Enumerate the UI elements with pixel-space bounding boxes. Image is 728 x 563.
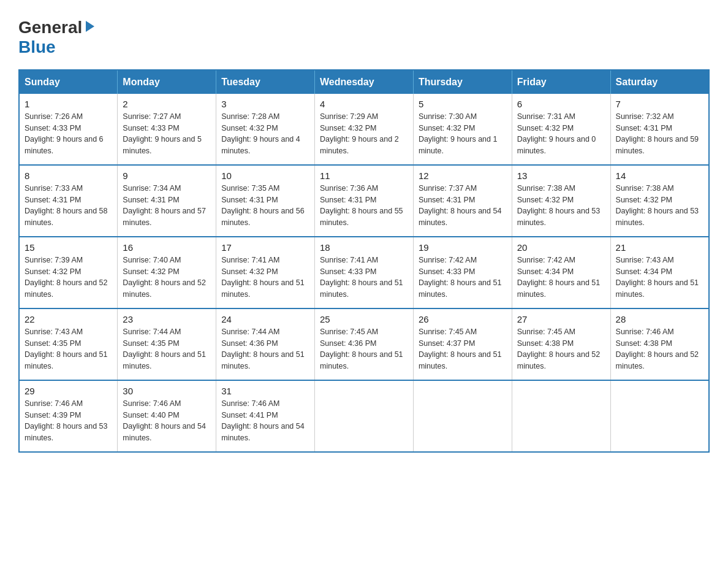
logo-general: General — [18, 18, 82, 37]
calendar-week-row: 1Sunrise: 7:26 AMSunset: 4:33 PMDaylight… — [19, 94, 709, 165]
calendar-day-cell: 30Sunrise: 7:46 AMSunset: 4:40 PMDayligh… — [118, 380, 216, 452]
calendar-week-row: 8Sunrise: 7:33 AMSunset: 4:31 PMDaylight… — [19, 165, 709, 237]
day-info: Sunrise: 7:46 AMSunset: 4:40 PMDaylight:… — [123, 398, 211, 444]
day-info: Sunrise: 7:28 AMSunset: 4:32 PMDaylight:… — [221, 111, 309, 157]
day-info: Sunrise: 7:26 AMSunset: 4:33 PMDaylight:… — [25, 111, 112, 157]
calendar-day-cell: 3Sunrise: 7:28 AMSunset: 4:32 PMDaylight… — [216, 94, 315, 165]
calendar-day-cell: 18Sunrise: 7:41 AMSunset: 4:33 PMDayligh… — [315, 237, 414, 308]
calendar-day-cell: 2Sunrise: 7:27 AMSunset: 4:33 PMDaylight… — [118, 94, 216, 165]
calendar-day-cell: 16Sunrise: 7:40 AMSunset: 4:32 PMDayligh… — [118, 237, 216, 308]
calendar-day-cell: 6Sunrise: 7:31 AMSunset: 4:32 PMDaylight… — [512, 94, 610, 165]
day-number: 16 — [123, 242, 211, 253]
calendar-day-cell: 13Sunrise: 7:38 AMSunset: 4:32 PMDayligh… — [512, 165, 610, 237]
day-number: 31 — [221, 386, 309, 396]
calendar-day-cell: 23Sunrise: 7:44 AMSunset: 4:35 PMDayligh… — [118, 308, 216, 380]
day-info: Sunrise: 7:45 AMSunset: 4:36 PMDaylight:… — [320, 326, 408, 372]
day-info: Sunrise: 7:40 AMSunset: 4:32 PMDaylight:… — [123, 255, 211, 301]
calendar-weekday-sunday: Sunday — [19, 70, 118, 94]
logo: General Blue — [18, 18, 97, 57]
calendar-weekday-friday: Friday — [512, 70, 610, 94]
calendar-day-cell: 24Sunrise: 7:44 AMSunset: 4:36 PMDayligh… — [216, 308, 315, 380]
day-number: 28 — [616, 314, 703, 324]
day-number: 29 — [25, 386, 112, 396]
day-info: Sunrise: 7:34 AMSunset: 4:31 PMDaylight:… — [123, 183, 211, 229]
day-number: 21 — [616, 242, 703, 253]
calendar-day-cell: 12Sunrise: 7:37 AMSunset: 4:31 PMDayligh… — [413, 165, 512, 237]
calendar-day-cell: 19Sunrise: 7:42 AMSunset: 4:33 PMDayligh… — [413, 237, 512, 308]
day-info: Sunrise: 7:30 AMSunset: 4:32 PMDaylight:… — [419, 111, 507, 157]
day-number: 30 — [123, 386, 211, 396]
day-info: Sunrise: 7:46 AMSunset: 4:39 PMDaylight:… — [25, 398, 112, 444]
day-info: Sunrise: 7:27 AMSunset: 4:33 PMDaylight:… — [123, 111, 211, 157]
day-number: 22 — [25, 314, 112, 324]
day-number: 24 — [221, 314, 309, 324]
day-number: 7 — [616, 99, 703, 109]
day-number: 1 — [25, 99, 112, 109]
calendar-day-cell: 5Sunrise: 7:30 AMSunset: 4:32 PMDaylight… — [413, 94, 512, 165]
day-info: Sunrise: 7:29 AMSunset: 4:32 PMDaylight:… — [320, 111, 408, 157]
calendar-weekday-thursday: Thursday — [413, 70, 512, 94]
day-number: 9 — [123, 170, 211, 181]
day-info: Sunrise: 7:42 AMSunset: 4:34 PMDaylight:… — [517, 255, 605, 301]
calendar-weekday-monday: Monday — [118, 70, 216, 94]
day-number: 8 — [25, 170, 112, 181]
calendar-day-cell: 27Sunrise: 7:45 AMSunset: 4:38 PMDayligh… — [512, 308, 610, 380]
calendar-day-cell: 9Sunrise: 7:34 AMSunset: 4:31 PMDaylight… — [118, 165, 216, 237]
day-info: Sunrise: 7:38 AMSunset: 4:32 PMDaylight:… — [616, 183, 703, 229]
day-info: Sunrise: 7:46 AMSunset: 4:38 PMDaylight:… — [616, 326, 703, 372]
day-info: Sunrise: 7:46 AMSunset: 4:41 PMDaylight:… — [221, 398, 309, 444]
day-info: Sunrise: 7:42 AMSunset: 4:33 PMDaylight:… — [419, 255, 507, 301]
day-number: 15 — [25, 242, 112, 253]
day-info: Sunrise: 7:39 AMSunset: 4:32 PMDaylight:… — [25, 255, 112, 301]
day-number: 12 — [419, 170, 507, 181]
day-number: 23 — [123, 314, 211, 324]
calendar-day-cell: 20Sunrise: 7:42 AMSunset: 4:34 PMDayligh… — [512, 237, 610, 308]
day-number: 26 — [419, 314, 507, 324]
day-info: Sunrise: 7:44 AMSunset: 4:35 PMDaylight:… — [123, 326, 211, 372]
calendar-header-row: SundayMondayTuesdayWednesdayThursdayFrid… — [19, 70, 709, 94]
day-info: Sunrise: 7:36 AMSunset: 4:31 PMDaylight:… — [320, 183, 408, 229]
day-info: Sunrise: 7:44 AMSunset: 4:36 PMDaylight:… — [221, 326, 309, 372]
calendar-day-cell: 8Sunrise: 7:33 AMSunset: 4:31 PMDaylight… — [19, 165, 118, 237]
calendar-weekday-tuesday: Tuesday — [216, 70, 315, 94]
day-info: Sunrise: 7:45 AMSunset: 4:38 PMDaylight:… — [517, 326, 605, 372]
day-number: 11 — [320, 170, 408, 181]
page-header: General Blue — [18, 18, 710, 57]
day-number: 20 — [517, 242, 605, 253]
calendar-week-row: 29Sunrise: 7:46 AMSunset: 4:39 PMDayligh… — [19, 380, 709, 452]
day-info: Sunrise: 7:37 AMSunset: 4:31 PMDaylight:… — [419, 183, 507, 229]
day-info: Sunrise: 7:38 AMSunset: 4:32 PMDaylight:… — [517, 183, 605, 229]
day-info: Sunrise: 7:43 AMSunset: 4:34 PMDaylight:… — [616, 255, 703, 301]
day-number: 5 — [419, 99, 507, 109]
day-info: Sunrise: 7:33 AMSunset: 4:31 PMDaylight:… — [25, 183, 112, 229]
day-number: 14 — [616, 170, 703, 181]
calendar-day-cell: 15Sunrise: 7:39 AMSunset: 4:32 PMDayligh… — [19, 237, 118, 308]
day-number: 4 — [320, 99, 408, 109]
day-info: Sunrise: 7:31 AMSunset: 4:32 PMDaylight:… — [517, 111, 605, 157]
calendar-day-cell: 29Sunrise: 7:46 AMSunset: 4:39 PMDayligh… — [19, 380, 118, 452]
calendar-weekday-wednesday: Wednesday — [315, 70, 414, 94]
day-info: Sunrise: 7:41 AMSunset: 4:33 PMDaylight:… — [320, 255, 408, 301]
calendar-day-cell: 26Sunrise: 7:45 AMSunset: 4:37 PMDayligh… — [413, 308, 512, 380]
day-number: 18 — [320, 242, 408, 253]
day-number: 19 — [419, 242, 507, 253]
calendar-week-row: 22Sunrise: 7:43 AMSunset: 4:35 PMDayligh… — [19, 308, 709, 380]
day-number: 3 — [221, 99, 309, 109]
day-info: Sunrise: 7:41 AMSunset: 4:32 PMDaylight:… — [221, 255, 309, 301]
calendar-day-cell: 31Sunrise: 7:46 AMSunset: 4:41 PMDayligh… — [216, 380, 315, 452]
calendar-day-cell: 11Sunrise: 7:36 AMSunset: 4:31 PMDayligh… — [315, 165, 414, 237]
day-number: 25 — [320, 314, 408, 324]
day-number: 17 — [221, 242, 309, 253]
day-info: Sunrise: 7:43 AMSunset: 4:35 PMDaylight:… — [25, 326, 112, 372]
calendar-day-cell: 4Sunrise: 7:29 AMSunset: 4:32 PMDaylight… — [315, 94, 414, 165]
calendar-day-cell: 28Sunrise: 7:46 AMSunset: 4:38 PMDayligh… — [610, 308, 709, 380]
calendar-day-cell — [610, 380, 709, 452]
calendar-day-cell: 1Sunrise: 7:26 AMSunset: 4:33 PMDaylight… — [19, 94, 118, 165]
calendar-day-cell — [315, 380, 414, 452]
calendar-table: SundayMondayTuesdayWednesdayThursdayFrid… — [18, 69, 710, 453]
day-number: 6 — [517, 99, 605, 109]
calendar-day-cell: 7Sunrise: 7:32 AMSunset: 4:31 PMDaylight… — [610, 94, 709, 165]
calendar-day-cell — [413, 380, 512, 452]
calendar-day-cell: 21Sunrise: 7:43 AMSunset: 4:34 PMDayligh… — [610, 237, 709, 308]
day-number: 13 — [517, 170, 605, 181]
